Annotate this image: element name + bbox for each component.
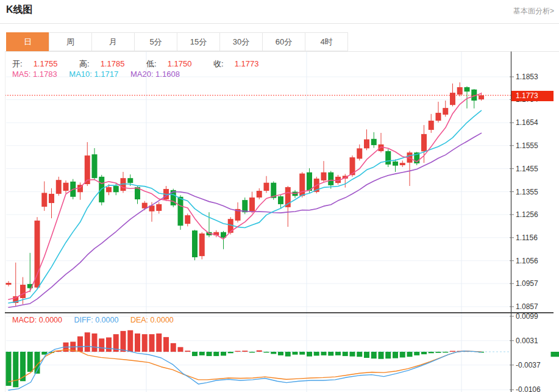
macd-histogram-bar xyxy=(264,352,269,352)
candle-body xyxy=(199,233,205,256)
macd-axis-label: 0.0099 xyxy=(516,312,538,321)
macd-histogram-bar xyxy=(221,352,226,355)
candle-body xyxy=(20,285,26,298)
candle-body xyxy=(92,154,98,178)
dea-value-legend: DEA: 0.0000 xyxy=(130,316,174,324)
candle-body xyxy=(127,178,133,183)
macd-histogram-bar xyxy=(242,351,247,352)
macd-histogram-bar xyxy=(400,352,405,357)
close-stat: 收:1.1773 xyxy=(213,59,268,68)
candle-body xyxy=(328,173,333,185)
open-stat: 开:1.1755 xyxy=(12,59,67,68)
candle-body xyxy=(479,95,484,99)
macd-histogram-bar xyxy=(414,352,419,355)
price-axis-label: 1.1455 xyxy=(516,165,538,173)
macd-histogram-bar xyxy=(135,333,140,352)
macd-histogram-bar xyxy=(271,352,276,354)
macd-axis-label: -0.0106 xyxy=(516,385,541,392)
macd-histogram-bar xyxy=(185,351,190,352)
candle-body xyxy=(393,162,398,166)
candle-body xyxy=(156,204,162,211)
price-axis-label: 1.1156 xyxy=(516,233,538,242)
macd-histogram-bar xyxy=(178,347,183,352)
macd-histogram-bar xyxy=(249,352,255,352)
macd-value-legend: MACD: 0.0000 xyxy=(12,316,62,324)
candle-body xyxy=(185,215,190,224)
price-axis-label: 1.1355 xyxy=(516,188,538,196)
macd-histogram-bar xyxy=(393,352,398,358)
candle-body xyxy=(364,140,369,149)
macd-histogram-bar xyxy=(106,337,112,352)
candle-body xyxy=(385,151,391,165)
macd-histogram-bar xyxy=(364,352,369,358)
tab-30分[interactable]: 30分 xyxy=(219,32,263,51)
price-axis-label: 1.0857 xyxy=(516,302,538,311)
macd-histogram-bar xyxy=(199,352,205,355)
candle-body xyxy=(443,108,448,115)
candle-body xyxy=(257,191,262,198)
candle-body xyxy=(465,87,470,91)
candle-body xyxy=(264,183,269,191)
fundamental-analysis-link[interactable]: 基本面分析> xyxy=(513,6,554,16)
macd-histogram-bar xyxy=(156,333,162,352)
candle-body xyxy=(371,139,377,145)
macd-histogram-bar xyxy=(127,330,133,352)
macd-histogram-bar xyxy=(328,352,333,355)
macd-histogram-bar xyxy=(121,331,126,352)
macd-histogram-bar xyxy=(299,352,305,355)
tab-月[interactable]: 月 xyxy=(91,32,135,51)
ma20-legend: MA20: 1.1608 xyxy=(130,69,180,79)
ma-legend: MA5: 1.1783 MA10: 1.1717 MA20: 1.1608 xyxy=(12,69,190,79)
tab-5分[interactable]: 5分 xyxy=(134,32,177,51)
macd-histogram-bar xyxy=(213,352,219,356)
macd-histogram-bar xyxy=(257,351,262,352)
candle-body xyxy=(49,194,54,203)
diff-value-legend: DIFF: 0.0000 xyxy=(74,316,118,324)
macd-histogram-bar xyxy=(192,352,198,356)
candle-body xyxy=(307,173,312,191)
macd-histogram-bar xyxy=(163,337,169,352)
candle-body xyxy=(450,93,455,105)
macd-histogram-bar xyxy=(6,352,12,386)
macd-histogram-bar xyxy=(357,352,362,357)
candle-body xyxy=(106,187,112,192)
macd-histogram-bar xyxy=(307,352,312,357)
price-axis-label: 1.1853 xyxy=(516,73,538,81)
ma5-legend: MA5: 1.1783 xyxy=(12,69,57,79)
macd-histogram-bar xyxy=(421,352,427,354)
macd-axis-label: -0.0037 xyxy=(516,361,541,369)
tab-15分[interactable]: 15分 xyxy=(177,32,220,51)
candle-body xyxy=(400,163,405,165)
macd-histogram-bar xyxy=(85,332,90,352)
candle-body xyxy=(429,121,434,130)
macd-histogram-bar xyxy=(207,352,212,356)
candle-body xyxy=(357,148,362,159)
candle-body xyxy=(41,193,47,207)
tab-日[interactable]: 日 xyxy=(6,32,49,51)
candle-body xyxy=(192,230,198,257)
ohlc-legend: 开:1.1755 高:1.1785 低:1.1750 收:1.1773 xyxy=(12,59,278,69)
macd-histogram-bar xyxy=(27,352,33,372)
tab-周[interactable]: 周 xyxy=(49,32,92,51)
macd-histogram-bar xyxy=(149,334,155,352)
price-axis-label: 1.0957 xyxy=(516,279,538,288)
macd-histogram-bar xyxy=(371,352,377,358)
macd-histogram-bar xyxy=(293,352,298,355)
price-axis-label: 1.1654 xyxy=(516,118,538,127)
tab-60分[interactable]: 60分 xyxy=(262,32,305,51)
macd-edge-partial-bar xyxy=(551,352,559,357)
macd-legend: MACD: 0.0000 DIFF: 0.0000 DEA: 0.0000 xyxy=(12,316,183,324)
candle-body xyxy=(99,177,104,202)
candle-body xyxy=(178,197,183,226)
candle-body xyxy=(436,113,441,121)
kline-page: K线图 基本面分析> 日周月5分15分30分60分4时 开:1.1755 高:1… xyxy=(0,0,559,392)
tab-4时[interactable]: 4时 xyxy=(305,32,348,51)
macd-histogram-bar xyxy=(436,352,441,353)
candle-body xyxy=(142,203,148,208)
price-axis-label: 1.1056 xyxy=(516,257,538,265)
macd-histogram-bar xyxy=(407,352,413,357)
macd-histogram-bar xyxy=(350,352,355,357)
candle-body xyxy=(63,183,69,191)
price-axis-label: 1.1256 xyxy=(516,210,538,219)
macd-histogram-bar xyxy=(429,352,434,353)
